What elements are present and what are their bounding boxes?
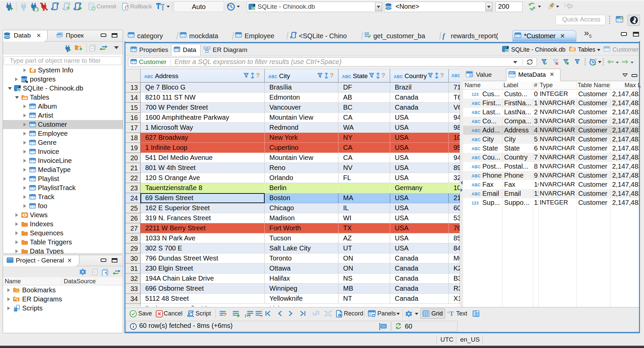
svg-text:i: i [339,314,340,317]
svg-text:(+): (+) [245,313,250,317]
svg-text:T: T [449,310,454,317]
